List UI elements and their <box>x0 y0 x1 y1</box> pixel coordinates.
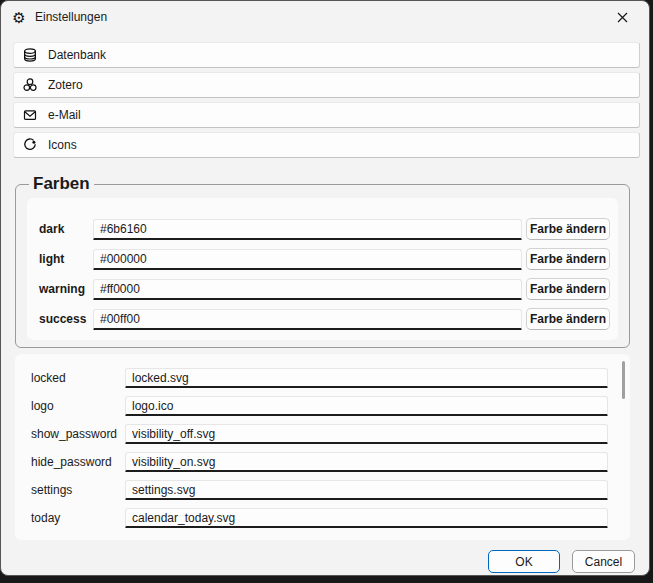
section-label: Zotero <box>48 78 83 92</box>
icon-label: hide_password <box>31 455 125 469</box>
color-label: dark <box>39 222 93 236</box>
icon-input-show-password[interactable] <box>125 424 608 444</box>
color-input-light[interactable] <box>93 249 522 270</box>
icon-input-logo[interactable] <box>125 396 608 416</box>
color-row-success: success Farbe ändern <box>39 304 610 334</box>
color-row-warning: warning Farbe ändern <box>39 274 610 304</box>
icon-row-locked: locked <box>31 364 608 392</box>
section-label: e-Mail <box>48 108 81 122</box>
ok-button[interactable]: OK <box>488 550 560 573</box>
zotero-icon <box>22 77 38 93</box>
change-color-button[interactable]: Farbe ändern <box>526 248 610 270</box>
scrollbar-thumb[interactable] <box>622 361 625 399</box>
icon-label: show_password <box>31 427 125 441</box>
icon-input-locked[interactable] <box>125 368 608 388</box>
color-label: light <box>39 252 93 266</box>
icon-label: today <box>31 511 125 525</box>
icon-label: logo <box>31 399 125 413</box>
change-color-button[interactable]: Farbe ändern <box>526 278 610 300</box>
section-header-zotero[interactable]: Zotero <box>13 72 640 98</box>
color-input-dark[interactable] <box>93 219 522 240</box>
refresh-icon <box>22 137 38 153</box>
gear-icon: ⚙ <box>11 10 27 25</box>
section-header-datenbank[interactable]: Datenbank <box>13 42 640 68</box>
color-input-warning[interactable] <box>93 279 522 300</box>
title-bar[interactable]: ⚙ Einstellungen <box>1 1 649 33</box>
icon-label: settings <box>31 483 125 497</box>
close-icon <box>617 12 628 23</box>
database-icon <box>22 47 38 63</box>
farben-legend: Farben <box>29 174 94 194</box>
farben-panel: dark Farbe ändern light Farbe ändern war… <box>27 198 618 340</box>
icon-files-panel: locked logo show_password hide_password … <box>15 354 630 540</box>
close-button[interactable] <box>603 1 641 33</box>
section-list: Datenbank Zotero <box>1 33 649 158</box>
change-color-button[interactable]: Farbe ändern <box>526 308 610 330</box>
icon-row-hide-password: hide_password <box>31 448 608 476</box>
color-input-success[interactable] <box>93 309 522 330</box>
change-color-button[interactable]: Farbe ändern <box>526 218 610 240</box>
section-header-icons[interactable]: Icons <box>13 132 640 158</box>
icon-input-today[interactable] <box>125 508 608 528</box>
icon-input-hide-password[interactable] <box>125 452 608 472</box>
window-title: Einstellungen <box>35 10 107 24</box>
icon-label: locked <box>31 371 125 385</box>
icon-row-today: today <box>31 504 608 532</box>
mail-icon <box>22 107 38 123</box>
cancel-button[interactable]: Cancel <box>572 550 635 573</box>
section-header-email[interactable]: e-Mail <box>13 102 640 128</box>
section-label: Datenbank <box>48 48 106 62</box>
color-label: warning <box>39 282 93 296</box>
desktop-backdrop: ⚙ Einstellungen Datenbank <box>0 0 653 583</box>
color-label: success <box>39 312 93 326</box>
color-row-dark: dark Farbe ändern <box>39 214 610 244</box>
icon-row-logo: logo <box>31 392 608 420</box>
section-label: Icons <box>48 138 77 152</box>
farben-groupbox: Farben dark Farbe ändern light Farbe änd… <box>15 174 630 348</box>
color-row-light: light Farbe ändern <box>39 244 610 274</box>
settings-dialog: ⚙ Einstellungen Datenbank <box>0 0 650 576</box>
icon-input-settings[interactable] <box>125 480 608 500</box>
icon-row-show-password: show_password <box>31 420 608 448</box>
icon-row-settings: settings <box>31 476 608 504</box>
